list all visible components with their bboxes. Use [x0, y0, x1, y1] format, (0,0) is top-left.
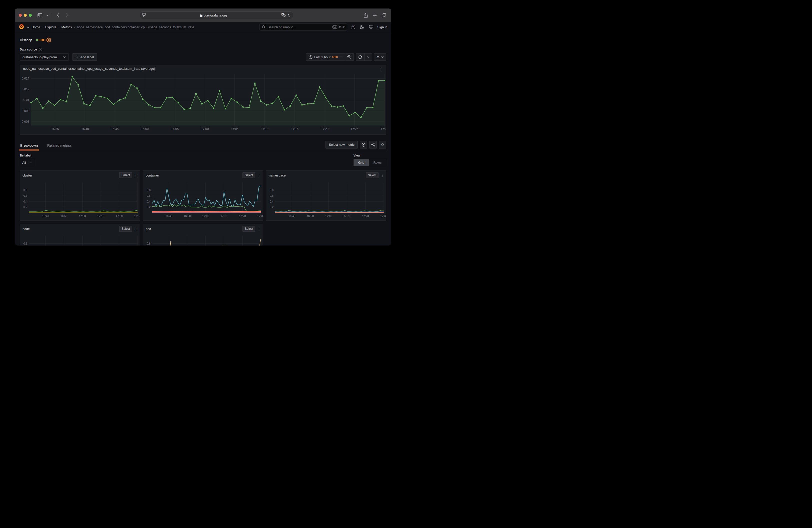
- svg-text:0.2: 0.2: [24, 205, 27, 208]
- main-metric-chart[interactable]: 16:3516:4016:4516:5016:5517:0017:0517:10…: [20, 71, 386, 132]
- panel-node: node Select ⋮ 16:4016:5017:0017:1017:201…: [20, 224, 140, 246]
- panel-title: pod: [146, 227, 243, 231]
- node-chart[interactable]: 16:4016:5017:0017:1017:2017:300.80.60.40…: [20, 232, 140, 246]
- breadcrumb: Home › Explore › Metrics › node_namespac…: [31, 25, 194, 29]
- close-window-button[interactable]: [19, 14, 22, 17]
- by-label-select[interactable]: All: [20, 159, 34, 166]
- sidebar-chevron-icon[interactable]: [45, 12, 49, 19]
- svg-text:16:55: 16:55: [171, 127, 178, 131]
- refresh-icon: [358, 55, 362, 59]
- time-range-picker[interactable]: Last 1 hour UTC: [306, 54, 345, 60]
- svg-text:0.2: 0.2: [146, 205, 150, 208]
- select-button[interactable]: Select: [119, 226, 132, 232]
- reader-icon[interactable]: [142, 13, 146, 18]
- svg-text:0.014: 0.014: [22, 77, 29, 80]
- sign-in-button[interactable]: Sign in: [377, 25, 387, 29]
- select-button[interactable]: Select: [243, 172, 255, 178]
- pod-chart[interactable]: 16:4016:5017:0017:1017:2017:300.80.60.40…: [143, 232, 263, 246]
- window-controls: [19, 14, 32, 17]
- zoom-out-button[interactable]: [345, 54, 353, 60]
- data-source-label: Data source: [20, 48, 37, 51]
- tab-overview-icon[interactable]: [380, 12, 387, 19]
- panel-menu-icon[interactable]: ⋮: [257, 227, 261, 231]
- panel-menu-icon[interactable]: ⋮: [134, 227, 138, 231]
- back-icon[interactable]: [55, 12, 61, 19]
- panel-pod: pod Select ⋮ 16:4016:5017:0017:1017:2017…: [143, 224, 263, 246]
- reload-icon[interactable]: ↻: [288, 14, 291, 17]
- container-chart[interactable]: 16:4016:5017:0017:1017:2017:300.80.60.40…: [143, 178, 263, 219]
- view-label: View: [353, 154, 386, 157]
- forward-icon[interactable]: [63, 12, 71, 19]
- tabs-actions: Select new metric ☆: [325, 141, 386, 150]
- info-icon[interactable]: i: [39, 48, 42, 51]
- svg-text:0.6: 0.6: [24, 194, 27, 197]
- view-toggle: Grid Rows: [353, 159, 386, 166]
- panel-menu-icon[interactable]: ⋮: [134, 173, 138, 177]
- panel-menu-icon[interactable]: ⋮: [379, 67, 383, 71]
- help-icon[interactable]: ?: [350, 24, 356, 30]
- grafana-logo[interactable]: [19, 24, 24, 30]
- svg-text:16:50: 16:50: [184, 215, 191, 218]
- breadcrumb-separator: ›: [42, 25, 43, 29]
- refresh-interval-dropdown[interactable]: [365, 54, 372, 60]
- sidebar-toggle-icon[interactable]: [36, 12, 43, 19]
- svg-text:17:10: 17:10: [220, 215, 228, 218]
- svg-text:17:30: 17:30: [257, 215, 263, 218]
- panel-cluster: cluster Select ⋮ 16:4016:5017:0017:1017:…: [20, 170, 140, 221]
- keyboard-icon: [333, 26, 337, 29]
- select-button[interactable]: Select: [366, 172, 378, 178]
- cluster-chart[interactable]: 16:4016:5017:0017:1017:2017:300.80.60.40…: [20, 178, 140, 219]
- fullscreen-window-button[interactable]: [29, 14, 32, 17]
- main-metric-panel: node_namespace_pod_container:container_c…: [20, 65, 386, 135]
- svg-text:17:00: 17:00: [201, 127, 209, 131]
- svg-text:0.8: 0.8: [24, 189, 27, 191]
- svg-text:16:40: 16:40: [42, 215, 49, 218]
- svg-text:17:10: 17:10: [97, 215, 104, 218]
- search-input[interactable]: Search or jump to... ⌘+k: [259, 23, 347, 31]
- data-source-label-row: Data source i: [20, 48, 386, 51]
- panel-menu-icon[interactable]: ⋮: [380, 173, 384, 177]
- view-grid-option[interactable]: Grid: [354, 159, 369, 166]
- add-label-button[interactable]: Add label: [72, 53, 97, 61]
- new-tab-icon[interactable]: [371, 12, 378, 19]
- svg-text:17:20: 17:20: [321, 127, 329, 131]
- empty-grid-cell: [266, 224, 386, 246]
- minimize-window-button[interactable]: [24, 14, 27, 17]
- select-button[interactable]: Select: [119, 172, 132, 178]
- tabs-row: Breakdown Related metrics Select new met…: [20, 141, 386, 150]
- breadcrumb-metrics[interactable]: Metrics: [61, 25, 72, 29]
- panel-title: container: [146, 174, 243, 177]
- explore-button[interactable]: [360, 141, 367, 148]
- breadcrumb-home[interactable]: Home: [31, 25, 40, 29]
- bookmark-button[interactable]: ☆: [379, 141, 386, 148]
- share-metric-button[interactable]: [369, 141, 377, 148]
- org-chevron-icon[interactable]: [27, 25, 29, 29]
- breadcrumb-explore[interactable]: Explore: [45, 25, 56, 29]
- translate-icon[interactable]: A ☆: [281, 13, 286, 18]
- rss-news-icon[interactable]: [359, 24, 365, 30]
- svg-text:17:00: 17:00: [325, 215, 332, 218]
- select-button[interactable]: Select: [243, 226, 255, 232]
- tab-breakdown[interactable]: Breakdown: [20, 141, 38, 150]
- address-bar[interactable]: play.grafana.org A ☆ ↻: [140, 12, 293, 19]
- svg-text:0.006: 0.006: [22, 120, 29, 123]
- panel-menu-icon[interactable]: ⋮: [257, 173, 261, 177]
- plus-icon: [76, 56, 78, 59]
- share-icon[interactable]: [362, 12, 369, 19]
- chevron-down-icon: [381, 56, 384, 58]
- history-timeline[interactable]: [35, 37, 52, 43]
- desktop-background: play.grafana.org A ☆ ↻: [0, 0, 406, 264]
- data-source-select[interactable]: grafanacloud-play-prom: [20, 53, 69, 61]
- refresh-button[interactable]: [356, 54, 364, 60]
- view-rows-option[interactable]: Rows: [369, 159, 386, 166]
- svg-text:17:30: 17:30: [381, 127, 386, 131]
- settings-button[interactable]: ⚙: [374, 54, 386, 60]
- select-new-metric-button[interactable]: Select new metric: [325, 141, 358, 148]
- main-panel-title: node_namespace_pod_container:container_c…: [23, 67, 155, 71]
- history-label: History: [20, 38, 32, 42]
- display-icon[interactable]: [368, 24, 374, 30]
- data-source-value: grafanacloud-play-prom: [23, 55, 57, 59]
- namespace-chart[interactable]: 16:4016:5017:0017:1017:2017:300.80.60.40…: [266, 178, 386, 219]
- tab-related-metrics[interactable]: Related metrics: [47, 141, 72, 150]
- svg-text:16:50: 16:50: [60, 215, 68, 218]
